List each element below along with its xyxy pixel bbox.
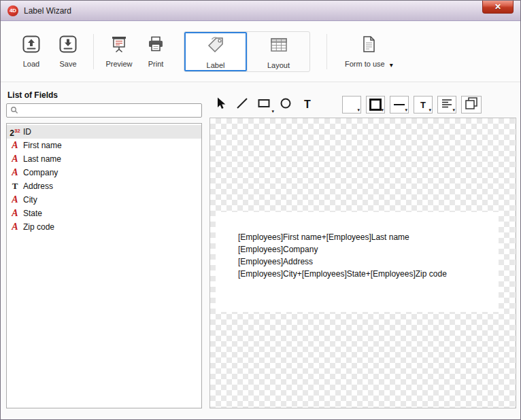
alpha-field-icon: A [9, 221, 21, 233]
search-box [6, 103, 202, 118]
field-row-last-name[interactable]: A Last name [7, 152, 201, 166]
load-label: Load [23, 60, 39, 68]
field-name: Address [23, 181, 53, 191]
alignment-combo[interactable]: ▾ [437, 96, 456, 113]
field-row-address[interactable]: T Address [7, 179, 201, 193]
close-icon: ✕ [494, 2, 501, 12]
tab-layout[interactable]: Layout [247, 32, 309, 71]
tab-label[interactable]: Label [184, 32, 247, 71]
alpha-field-icon: A [9, 139, 21, 152]
border-style-chip [369, 99, 382, 111]
field-name: ID [23, 127, 31, 137]
field-name: City [23, 195, 37, 205]
titlebar: 4D Label Wizard ✕ [1, 1, 520, 21]
print-button[interactable]: Print [137, 29, 174, 74]
field-row-first-name[interactable]: A First name [7, 139, 201, 152]
border-style-combo[interactable]: ▾ [366, 96, 385, 113]
text-field-icon: T [9, 180, 21, 192]
label-line: [Employees]First name+[Employees]Last na… [238, 231, 499, 243]
toolbar-separator [326, 34, 327, 69]
print-icon [147, 35, 165, 56]
preview-button[interactable]: Preview [101, 29, 137, 74]
alpha-field-icon: A [9, 153, 21, 165]
oval-tool[interactable] [275, 95, 297, 114]
alpha-field-icon: A [9, 167, 21, 179]
chevron-down-icon: ▾ [357, 107, 360, 112]
label-wizard-window: 4D Label Wizard ✕ Load [0, 0, 521, 420]
preview-label: Preview [105, 60, 132, 68]
font-style-chip: T [420, 100, 426, 110]
fill-style-combo[interactable]: ▾ [342, 96, 361, 113]
pointer-icon [214, 97, 227, 113]
design-toolbar: ▾ T ▾ ▾ ▾ T ▾ [209, 93, 516, 116]
field-list: 232 ID A First name A Last name A Compan… [6, 123, 202, 408]
form-to-use-label: Form to use [345, 60, 385, 68]
duplicate-icon [464, 97, 479, 113]
line-tool[interactable] [231, 95, 253, 114]
chevron-down-icon: ▾ [452, 107, 455, 112]
text-tool-icon: T [304, 99, 311, 111]
layout-grid-icon [269, 35, 289, 58]
close-button[interactable]: ✕ [482, 1, 514, 14]
load-button[interactable]: Load [13, 29, 50, 74]
alignment-icon [441, 99, 452, 111]
field-name: Company [23, 168, 58, 177]
design-canvas[interactable]: [Employees]First name+[Employees]Last na… [209, 118, 516, 408]
tab-layout-text: Layout [267, 61, 290, 69]
search-input[interactable] [21, 104, 201, 117]
field-row-id[interactable]: 232 ID [7, 125, 201, 139]
label-line: [Employees]City+[Employees]State+[Employ… [238, 268, 499, 280]
line-width-chip [394, 104, 405, 105]
text-tool[interactable]: T [297, 95, 318, 114]
label-line: [Employees]Company [238, 243, 499, 256]
field-row-city[interactable]: A City [7, 193, 201, 207]
form-to-use-button[interactable]: Form to use ▾ [345, 35, 393, 69]
app-icon-4d: 4D [7, 5, 18, 16]
field-name: State [23, 209, 42, 218]
window-title: Label Wizard [24, 6, 71, 16]
preview-icon [110, 35, 128, 56]
field-name: Last name [23, 154, 61, 164]
chevron-down-icon: ▾ [405, 107, 407, 112]
save-icon [59, 35, 77, 56]
pointer-tool[interactable] [209, 95, 231, 114]
save-label: Save [59, 60, 76, 68]
duplicate-button[interactable] [461, 96, 482, 113]
field-row-zip-code[interactable]: A Zip code [7, 220, 201, 234]
alpha-field-icon: A [9, 194, 21, 206]
longint-field-icon: 232 [9, 125, 21, 139]
load-icon [22, 35, 40, 56]
font-style-combo[interactable]: T ▾ [414, 96, 433, 113]
form-document-icon [360, 35, 377, 56]
line-width-combo[interactable]: ▾ [390, 96, 409, 113]
label-tag-icon [205, 35, 226, 58]
mode-tab-group: Label Layout [184, 31, 310, 72]
field-name: Zip code [23, 222, 54, 232]
search-icon [10, 105, 18, 117]
line-icon [235, 97, 249, 113]
field-row-state[interactable]: A State [7, 207, 201, 220]
alpha-field-icon: A [9, 207, 21, 220]
field-row-company[interactable]: A Company [7, 166, 201, 179]
toolbar-separator [93, 34, 94, 69]
fields-panel-title: List of Fields [7, 90, 58, 100]
chevron-down-icon: ▾ [381, 107, 384, 112]
oval-icon [279, 97, 292, 113]
main-toolbar: Load Save Preview [1, 22, 520, 82]
label-object[interactable]: [Employees]First name+[Employees]Last na… [216, 212, 499, 312]
chevron-down-icon: ▾ [428, 107, 431, 112]
chevron-down-icon: ▾ [271, 109, 274, 113]
field-name: First name [23, 141, 62, 150]
save-button[interactable]: Save [50, 29, 86, 74]
chevron-down-icon: ▾ [390, 62, 393, 69]
rectangle-icon [257, 97, 271, 113]
label-line: [Employees]Address [238, 256, 499, 268]
tab-label-text: Label [207, 61, 225, 69]
print-label: Print [148, 60, 164, 68]
rectangle-tool[interactable]: ▾ [253, 95, 275, 114]
